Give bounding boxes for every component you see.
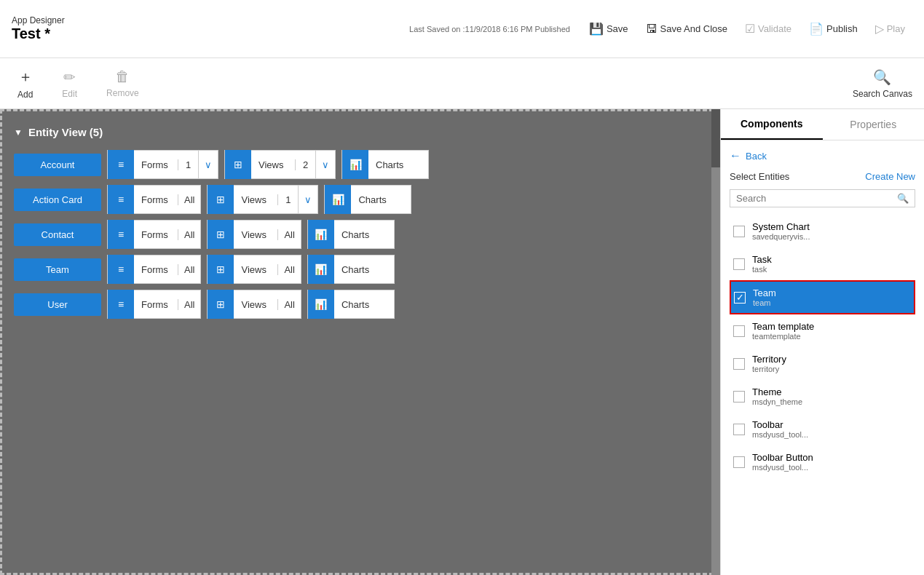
views-icon: ⊞: [208, 290, 234, 319]
create-new-link[interactable]: Create New: [865, 171, 915, 182]
add-label: Add: [17, 90, 33, 100]
entity-checkbox[interactable]: [733, 258, 745, 270]
charts-label: Charts: [351, 194, 393, 205]
publish-button[interactable]: 📄 Publish: [802, 19, 865, 39]
entity-chevron-icon[interactable]: ▼: [14, 127, 23, 138]
tab-components[interactable]: Components: [721, 109, 823, 140]
search-canvas-label: Search Canvas: [853, 89, 912, 99]
remove-label: Remove: [106, 88, 139, 98]
entity-label[interactable]: Action Card: [14, 189, 101, 211]
entity-checkbox[interactable]: [733, 391, 745, 402]
entity-checkbox[interactable]: [733, 226, 745, 237]
forms-label: Forms: [134, 299, 178, 310]
panel-section-header: Select Entities Create New: [730, 171, 915, 182]
entity-item-name: Team: [753, 288, 776, 298]
save-icon: 💾: [589, 22, 604, 36]
tab-properties[interactable]: Properties: [823, 109, 925, 140]
forms-group: ≡ Forms All: [107, 185, 201, 214]
save-button[interactable]: 💾 Save: [582, 19, 636, 39]
entity-item-text: Team template teamtemplate: [752, 321, 814, 341]
entity-item-text: Toolbar Button msdyusd_tool...: [752, 452, 813, 472]
entity-list-item[interactable]: ✓ Team team: [730, 280, 915, 314]
canvas-wrap: ▼ Entity View (5) Account ≡ Forms 1 ∨ ⊞ …: [0, 109, 720, 575]
entity-list-item[interactable]: Toolbar Button msdyusd_tool...: [730, 445, 915, 478]
views-group: ⊞ Views All: [207, 220, 301, 249]
entity-item-text: Task task: [752, 254, 772, 274]
entity-item-text: Toolbar msdyusd_tool...: [752, 419, 808, 439]
views-label: Views: [234, 194, 277, 205]
views-label: Views: [251, 159, 295, 170]
search-canvas-button[interactable]: 🔍 Search Canvas: [853, 68, 912, 99]
validate-icon: ☑: [745, 22, 755, 36]
entity-item-code: team: [753, 298, 776, 307]
views-group: ⊞ Views 2 ∨: [224, 150, 336, 179]
entity-list-item[interactable]: Toolbar msdyusd_tool...: [730, 413, 915, 445]
entity-row: Contact ≡ Forms All ⊞ Views All 📊 Charts: [14, 220, 703, 249]
forms-icon: ≡: [108, 290, 134, 319]
save-and-close-button[interactable]: 🖫 Save And Close: [639, 20, 735, 39]
entity-label[interactable]: User: [14, 293, 101, 316]
back-button[interactable]: ← Back: [730, 149, 915, 162]
views-count: All: [277, 229, 300, 240]
add-button[interactable]: ＋ Add: [12, 64, 39, 103]
entity-item-name: System Chart: [752, 221, 810, 232]
forms-icon: ≡: [108, 255, 134, 284]
edit-button[interactable]: ✏ Edit: [56, 66, 83, 102]
entity-label[interactable]: Contact: [14, 223, 101, 246]
entity-list-item[interactable]: Team template teamtemplate: [730, 314, 915, 347]
charts-group: 📊 Charts: [307, 255, 395, 284]
entity-item-text: Team team: [753, 288, 776, 307]
panel-content: ← Back Select Entities Create New 🔍 Syst…: [721, 140, 924, 575]
app-designer-label: App Designer: [12, 15, 65, 25]
charts-label: Charts: [334, 264, 376, 275]
entity-item-code: msdyusd_tool...: [752, 430, 808, 439]
entity-checkbox[interactable]: [733, 456, 745, 468]
validate-button[interactable]: ☑ Validate: [738, 19, 799, 39]
views-icon: ⊞: [208, 255, 234, 284]
entity-checkbox[interactable]: [733, 358, 745, 370]
edit-label: Edit: [62, 89, 77, 99]
entity-item-name: Task: [752, 254, 772, 265]
forms-label: Forms: [134, 159, 178, 170]
entity-label[interactable]: Team: [14, 258, 101, 281]
canvas-scrollbar-track[interactable]: [711, 109, 720, 575]
forms-count: 1: [178, 159, 198, 170]
edit-icon: ✏: [63, 68, 76, 86]
entity-list-item[interactable]: Theme msdyn_theme: [730, 380, 915, 413]
charts-label: Charts: [368, 159, 411, 170]
charts-label: Charts: [334, 229, 376, 240]
play-button[interactable]: ▷ Play: [868, 19, 912, 39]
canvas-scrollbar-thumb[interactable]: [711, 109, 720, 167]
views-label: Views: [234, 264, 277, 275]
forms-chevron-icon[interactable]: ∨: [198, 150, 218, 179]
entity-item-name: Territory: [752, 354, 786, 365]
views-group: ⊞ Views All: [207, 290, 301, 319]
add-icon: ＋: [18, 67, 33, 87]
entity-row: Team ≡ Forms All ⊞ Views All 📊 Charts: [14, 255, 703, 284]
forms-count: All: [178, 194, 200, 205]
search-input[interactable]: [736, 193, 897, 204]
entity-row: Action Card ≡ Forms All ⊞ Views 1 ∨ 📊 Ch…: [14, 185, 703, 214]
views-icon: ⊞: [208, 185, 234, 214]
entity-item-name: Team template: [752, 321, 814, 332]
views-chevron-icon[interactable]: ∨: [315, 150, 335, 179]
views-icon: ⊞: [225, 150, 251, 179]
views-label: Views: [234, 299, 277, 310]
entity-list-item[interactable]: Territory territory: [730, 347, 915, 380]
views-chevron-icon[interactable]: ∨: [298, 185, 317, 214]
entity-list-item[interactable]: Task task: [730, 247, 915, 280]
forms-count: All: [178, 299, 200, 310]
remove-button[interactable]: 🗑 Remove: [100, 66, 145, 101]
app-title: Test *: [12, 25, 65, 42]
forms-group: ≡ Forms All: [107, 220, 201, 249]
toolbar: ＋ Add ✏ Edit 🗑 Remove 🔍 Search Canvas: [0, 58, 924, 109]
entity-checkbox[interactable]: [733, 325, 745, 337]
entity-label[interactable]: Account: [14, 154, 101, 176]
entity-item-text: System Chart savedqueryvis...: [752, 221, 810, 241]
search-canvas-icon: 🔍: [873, 68, 891, 86]
back-label: Back: [746, 151, 767, 162]
entity-checkbox[interactable]: [733, 424, 745, 435]
play-icon: ▷: [875, 22, 884, 36]
entity-list-item[interactable]: System Chart savedqueryvis...: [730, 215, 915, 247]
entity-checkbox[interactable]: ✓: [734, 292, 746, 304]
